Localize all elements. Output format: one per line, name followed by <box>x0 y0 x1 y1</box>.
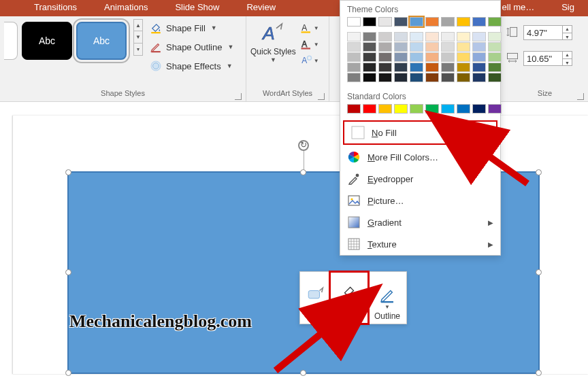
theme-shade-swatch[interactable] <box>378 32 392 41</box>
dialog-launcher-icon[interactable] <box>235 93 242 100</box>
theme-shade-swatch[interactable] <box>394 63 408 72</box>
resize-handle-ne[interactable] <box>536 169 542 175</box>
theme-shade-swatch[interactable] <box>488 42 502 52</box>
theme-shade-swatch[interactable] <box>347 32 361 41</box>
theme-shade-swatch[interactable] <box>410 42 423 52</box>
theme-color-swatch[interactable] <box>347 17 361 27</box>
shape-style-preset-black[interactable]: Abc <box>22 22 72 60</box>
theme-shade-swatch[interactable] <box>347 63 361 72</box>
gallery-scroll-down[interactable]: ▼ <box>133 31 143 44</box>
resize-handle-nw[interactable] <box>65 169 71 175</box>
rotate-handle[interactable] <box>298 140 309 151</box>
shape-outline-button[interactable]: Shape Outline ▼ <box>147 39 236 54</box>
theme-color-swatch[interactable] <box>472 17 486 27</box>
theme-shade-swatch[interactable] <box>441 52 455 62</box>
standard-color-swatch[interactable] <box>378 104 392 114</box>
gallery-more-button[interactable]: ▾ <box>133 44 143 56</box>
standard-color-swatch[interactable] <box>457 104 470 114</box>
tab-slideshow[interactable]: Slide Show <box>161 0 233 16</box>
resize-handle-se[interactable] <box>536 370 542 376</box>
texture-option[interactable]: Texture ▶ <box>340 233 500 255</box>
resize-handle-sw[interactable] <box>65 370 71 376</box>
resize-handle-n[interactable] <box>300 169 306 175</box>
theme-color-swatch[interactable] <box>441 17 455 27</box>
theme-shade-swatch[interactable] <box>472 63 486 72</box>
resize-handle-e[interactable] <box>536 269 542 275</box>
theme-shade-swatch[interactable] <box>410 73 423 82</box>
theme-color-swatch[interactable] <box>457 17 470 27</box>
standard-color-swatch[interactable] <box>472 104 486 114</box>
theme-shade-swatch[interactable] <box>410 52 423 62</box>
tab-sign[interactable]: Sig <box>548 0 588 16</box>
mini-fill-button[interactable]: ▼ Fill <box>330 272 368 324</box>
theme-shade-swatch[interactable] <box>378 42 392 52</box>
theme-shade-swatch[interactable] <box>394 42 408 52</box>
theme-shade-swatch[interactable] <box>347 42 361 52</box>
shape-style-preset-prev[interactable] <box>4 22 18 60</box>
theme-shade-swatch[interactable] <box>425 32 439 41</box>
theme-shade-swatch[interactable] <box>441 63 455 72</box>
theme-shade-swatch[interactable] <box>425 63 439 72</box>
theme-color-swatch[interactable] <box>488 17 502 27</box>
theme-shade-swatch[interactable] <box>472 52 486 62</box>
theme-shade-swatch[interactable] <box>378 73 392 82</box>
theme-shade-swatch[interactable] <box>394 73 408 82</box>
standard-color-swatch[interactable] <box>363 104 376 114</box>
quick-styles-button[interactable]: A Quick Styles ▼ <box>250 20 296 63</box>
theme-color-swatch[interactable] <box>394 17 408 27</box>
theme-shade-swatch[interactable] <box>410 32 423 41</box>
tab-animations[interactable]: Animations <box>91 0 161 16</box>
gradient-option[interactable]: Gradient ▶ <box>340 211 500 233</box>
text-fill-button[interactable]: A ▼ <box>300 22 319 34</box>
spinner-up-icon[interactable]: ▲ <box>562 25 572 33</box>
standard-color-swatch[interactable] <box>347 104 361 114</box>
theme-shade-swatch[interactable] <box>441 32 455 41</box>
dialog-launcher-icon[interactable] <box>577 93 584 100</box>
theme-shade-swatch[interactable] <box>472 42 486 52</box>
theme-color-swatch[interactable] <box>425 17 439 27</box>
resize-handle-w[interactable] <box>65 269 71 275</box>
theme-shade-swatch[interactable] <box>363 52 376 62</box>
theme-shade-swatch[interactable] <box>457 52 470 62</box>
theme-shade-swatch[interactable] <box>488 32 502 41</box>
theme-shade-swatch[interactable] <box>363 73 376 82</box>
theme-shade-swatch[interactable] <box>425 52 439 62</box>
gallery-scroll-up[interactable]: ▲ <box>133 19 143 31</box>
standard-color-swatch[interactable] <box>410 104 423 114</box>
shape-height-input[interactable]: 4.97" ▲▼ <box>523 25 572 40</box>
theme-shade-swatch[interactable] <box>472 32 486 41</box>
mini-outline-button[interactable]: ▼ Outline <box>368 272 406 324</box>
tab-review[interactable]: Review <box>233 0 289 16</box>
spinner-up-icon[interactable]: ▲ <box>562 51 572 58</box>
theme-shade-swatch[interactable] <box>378 52 392 62</box>
theme-shade-swatch[interactable] <box>347 73 361 82</box>
standard-color-swatch[interactable] <box>488 104 502 114</box>
theme-shade-swatch[interactable] <box>457 63 470 72</box>
shape-effects-button[interactable]: Shape Effects ▼ <box>147 58 236 73</box>
spinner-down-icon[interactable]: ▼ <box>562 58 572 66</box>
theme-shade-swatch[interactable] <box>347 52 361 62</box>
tab-transitions[interactable]: Transitions <box>20 0 91 16</box>
theme-shade-swatch[interactable] <box>363 32 376 41</box>
shape-fill-button[interactable]: Shape Fill ▼ <box>147 20 236 35</box>
theme-shade-swatch[interactable] <box>457 32 470 41</box>
standard-color-swatch[interactable] <box>425 104 439 114</box>
theme-shade-swatch[interactable] <box>457 73 470 82</box>
theme-color-swatch[interactable] <box>410 17 423 27</box>
mini-style-button[interactable]: ▼ Style <box>300 272 330 324</box>
theme-shade-swatch[interactable] <box>488 73 502 82</box>
text-outline-button[interactable]: A ▼ <box>300 38 319 50</box>
theme-color-swatch[interactable] <box>378 17 392 27</box>
theme-shade-swatch[interactable] <box>488 52 502 62</box>
theme-shade-swatch[interactable] <box>394 52 408 62</box>
standard-color-swatch[interactable] <box>441 104 455 114</box>
shape-style-preset-blue-selected[interactable]: Abc <box>76 22 127 60</box>
theme-shade-swatch[interactable] <box>441 73 455 82</box>
theme-shade-swatch[interactable] <box>441 42 455 52</box>
shape-width-input[interactable]: 10.65" ▲▼ <box>523 51 572 66</box>
theme-shade-swatch[interactable] <box>363 63 376 72</box>
theme-color-swatch[interactable] <box>363 17 376 27</box>
theme-shade-swatch[interactable] <box>378 63 392 72</box>
theme-shade-swatch[interactable] <box>425 42 439 52</box>
theme-shade-swatch[interactable] <box>472 73 486 82</box>
